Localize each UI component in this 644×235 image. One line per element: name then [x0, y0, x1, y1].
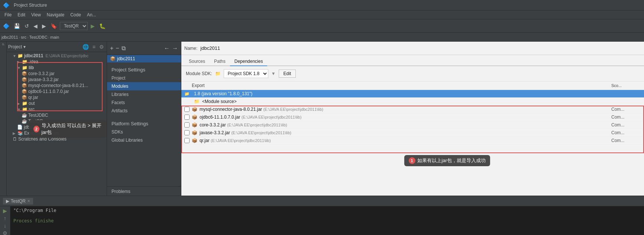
settings-item-libraries[interactable]: Libraries: [107, 90, 181, 99]
settings-item-sdks[interactable]: SDKs: [107, 128, 181, 136]
dep-row-javase[interactable]: 📦 javase-3.3.2.jar (E:\JAVA EE\project\j…: [181, 129, 644, 137]
dep-name-qr: qr.jar (E:\JAVA EE\project\jdbc2011\lib): [200, 138, 609, 143]
panel-icon-sort[interactable]: ≡: [91, 44, 97, 50]
titlebar-title: Project Structure: [14, 3, 47, 8]
dep-row-qr[interactable]: 📦 qr.jar (E:\JAVA EE\project\jdbc2011\li…: [181, 137, 644, 145]
dep-checkbox-javase[interactable]: [184, 130, 190, 135]
settings-item-artifacts[interactable]: Artifacts: [107, 107, 181, 115]
dep-scope-core: Com...: [611, 122, 641, 128]
tree-item-ojdbc-jar[interactable]: 📦 ojdbc6-11.1.0.7.0.jar: [7, 88, 107, 94]
annotation-text-2: 导入成功后 可以点击 > 展开jar包: [42, 122, 102, 136]
dep-row-module-source[interactable]: 📁 <Module source>: [181, 98, 644, 106]
run-output-line-1: "C:\Program File: [13, 208, 641, 213]
iml-icon: 📄: [17, 125, 23, 130]
dep-row-core[interactable]: 📦 core-3.3.2.jar (E:\JAVA EE\project\jdb…: [181, 121, 644, 129]
menu-file[interactable]: File: [1, 12, 14, 18]
run-scroll-up[interactable]: ↑: [4, 215, 6, 221]
ps-back-btn[interactable]: ←: [164, 45, 170, 52]
export-header: Export Sco...: [181, 81, 644, 90]
sdk-edit-button[interactable]: Edit: [279, 70, 296, 78]
tab-sources[interactable]: Sources: [184, 57, 210, 66]
toolbar-run[interactable]: ▶: [89, 22, 96, 30]
tree-item-lib[interactable]: ▼ 📁 lib: [7, 65, 107, 71]
run-config-dropdown[interactable]: TestQR: [60, 22, 88, 30]
tree-path-jdbc2011: E:\JAVA EE\project\jdbc: [45, 54, 88, 58]
tree-item-jdbc2011[interactable]: ▼ 📁 jdbc2011 E:\JAVA EE\project\jdbc: [7, 53, 107, 59]
menu-edit[interactable]: Edit: [14, 12, 28, 18]
toolbar-bookmark[interactable]: 🔖: [49, 22, 58, 30]
toolbar-debug[interactable]: 🐛: [98, 22, 107, 30]
tree-item-core-jar[interactable]: 📦 core-3.3.2.jar: [7, 71, 107, 77]
panel-icon-settings[interactable]: ⚙: [98, 44, 105, 50]
menu-view[interactable]: View: [28, 12, 44, 18]
dep-row-mysql[interactable]: 📦 mysql-connector-java-8.0.21.jar (E:\JA…: [181, 106, 644, 113]
annotation-bubble-2: 2 导入成功后 可以点击 > 展开jar包: [29, 120, 107, 138]
toolbar-forward[interactable]: ▶: [41, 22, 48, 30]
dep-checkbox-ojdbc[interactable]: [184, 115, 190, 120]
run-tab-label: TestQR: [11, 199, 26, 204]
run-tab-testqr[interactable]: ▶ TestQR ✕: [3, 198, 33, 205]
toolbar-back[interactable]: ◀: [32, 22, 39, 30]
dep-scope-javase: Com...: [611, 130, 641, 135]
run-panel: ▶ TestQR ✕ ▶ ↑ ↓ ⚙ "C:\Program File Proc…: [0, 196, 644, 235]
expand-arrow: ▼: [17, 107, 21, 112]
run-panel-tabs: ▶ TestQR ✕: [0, 196, 644, 206]
tree-item-out[interactable]: ▶ 📁 out: [7, 100, 107, 106]
run-tab-close[interactable]: ✕: [27, 199, 30, 203]
settings-item-problems[interactable]: Problems: [107, 186, 181, 196]
tab-paths[interactable]: Paths: [210, 57, 230, 66]
tab-dependencies[interactable]: Dependencies: [230, 57, 268, 66]
breadcrumb-project[interactable]: jdbc2011: [1, 35, 18, 39]
settings-item-facets[interactable]: Facets: [107, 99, 181, 107]
settings-item-modules[interactable]: Modules: [107, 82, 181, 90]
sdk-select[interactable]: Project SDK 1.8: [224, 69, 268, 78]
dep-checkbox-mysql[interactable]: [184, 107, 190, 112]
settings-item-project[interactable]: Project: [107, 74, 181, 82]
dep-name-module-source: <Module source>: [202, 99, 641, 104]
run-start-btn[interactable]: ▶: [3, 208, 7, 214]
settings-item-global-libs[interactable]: Global Libraries: [107, 136, 181, 144]
menu-code[interactable]: Code: [67, 12, 84, 18]
dep-row-ojdbc[interactable]: 📦 ojdbc6-11.1.0.7.0.jar (E:\JAVA EE\proj…: [181, 113, 644, 121]
tree-item-qr-jar[interactable]: 📦 qr.jar: [7, 94, 107, 100]
dep-name-jdk: 1.8 (java version "1.8.0_131"): [194, 91, 641, 96]
tree-label-src: src: [29, 107, 35, 112]
dep-checkbox-qr[interactable]: [184, 138, 190, 143]
breadcrumb-main[interactable]: main: [50, 35, 59, 39]
dep-name-core: core-3.3.2.jar (E:\JAVA EE\project\jdbc2…: [200, 122, 609, 128]
expand-arrow: ▶: [13, 131, 16, 135]
toolbar-save[interactable]: 💾: [12, 22, 22, 30]
tree-label-out: out: [29, 101, 35, 106]
tree-item-javase-jar[interactable]: 📦 javase-3.3.2.jar: [7, 77, 107, 83]
ps-forward-btn[interactable]: →: [172, 45, 178, 52]
tree-item-src[interactable]: ▼ 📁 src: [7, 106, 107, 112]
breadcrumb-testjdbc[interactable]: TestJDBC: [29, 35, 48, 39]
ps-add-btn[interactable]: +: [110, 45, 113, 52]
dep-row-jdk[interactable]: 📁 1.8 (java version "1.8.0_131"): [181, 90, 644, 98]
dep-name-ojdbc: ojdbc6-11.1.0.7.0.jar (E:\JAVA EE\projec…: [200, 115, 609, 120]
tree-item-testjdbc[interactable]: ☕ TestJDBC: [7, 112, 107, 118]
jar-icon: 📦: [22, 77, 27, 82]
run-settings-btn[interactable]: ⚙: [3, 230, 7, 235]
app-icon: 🔷: [3, 2, 9, 8]
tree-item-mysql-jar[interactable]: 📦 mysql-connector-java-8.0.21...: [7, 83, 107, 88]
menu-analyze[interactable]: An...: [84, 12, 99, 18]
menu-navigate[interactable]: Navigate: [44, 12, 67, 18]
export-col-header: Export: [192, 83, 611, 88]
ps-copy-btn[interactable]: ⧉: [122, 45, 126, 52]
module-item-jdbc2011[interactable]: 📦 jdbc2011: [107, 55, 181, 62]
dep-checkbox-core[interactable]: [184, 122, 190, 128]
ps-remove-btn[interactable]: −: [116, 45, 119, 52]
jar-icon: 📦: [22, 83, 27, 88]
toolbar-sync[interactable]: ↺: [23, 22, 30, 30]
panel-icon-globe[interactable]: 🌐: [81, 44, 90, 50]
jar-icon: 📦: [22, 89, 27, 94]
tree-item-idea[interactable]: ▶ 📁 .idea: [7, 59, 107, 65]
run-scroll-down[interactable]: ↓: [4, 223, 6, 229]
jar-icon: 📦: [22, 71, 27, 76]
toolbar-app-icon[interactable]: 🔷: [1, 22, 11, 30]
tree-label-qr-jar: qr.jar: [28, 95, 38, 100]
expand-arrow: ▼: [17, 66, 21, 70]
breadcrumb-src[interactable]: src: [21, 35, 26, 39]
folder-icon: 📁: [22, 101, 27, 106]
